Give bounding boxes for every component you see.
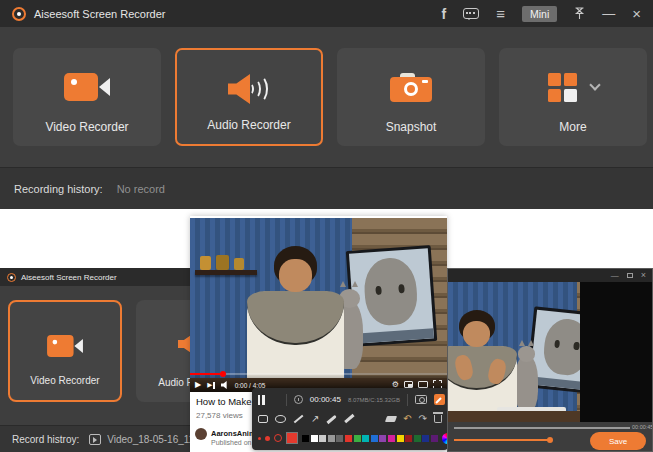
grid-icon (548, 73, 577, 102)
screenshot-canvas: Aiseesoft Screen Recorder f ≡ Mini — × V… (0, 0, 653, 452)
app-logo-icon (7, 273, 16, 282)
video-scene (190, 218, 447, 392)
facebook-share-icon[interactable]: f (442, 6, 447, 22)
line-tool[interactable] (294, 415, 304, 423)
preview-window: — × (447, 268, 653, 452)
preview-progress-bar[interactable] (454, 427, 630, 429)
color-swatch[interactable] (414, 435, 421, 442)
color-swatch[interactable] (379, 435, 386, 442)
color-swatch[interactable] (311, 435, 318, 442)
color-swatch[interactable] (371, 435, 378, 442)
history-label: Record histroy: (12, 434, 79, 445)
history-value: No record (117, 183, 165, 195)
history-label: Recording history: (14, 183, 103, 195)
color-swatch[interactable] (405, 435, 412, 442)
rectangle-tool[interactable] (258, 415, 268, 423)
video-camera-icon (64, 72, 110, 102)
screenshot-button[interactable] (415, 395, 427, 404)
main-titlebar: Aiseesoft Screen Recorder f ≡ Mini — × (0, 0, 653, 27)
color-swatch[interactable] (336, 435, 343, 442)
snapshot-camera-icon (390, 73, 432, 102)
cat-figure (515, 355, 537, 411)
next-button[interactable]: ▶ (207, 382, 215, 389)
window-title: Aiseesoft Screen Recorder (34, 8, 165, 20)
color-swatch[interactable] (345, 435, 352, 442)
color-swatch[interactable] (397, 435, 404, 442)
color-swatch[interactable] (319, 435, 326, 442)
channel-avatar[interactable] (195, 428, 207, 440)
file-size-info: 8.07MB/C:15.32GB (348, 397, 400, 403)
card-label: Snapshot (337, 120, 485, 134)
snapshot-card[interactable]: Snapshot (337, 48, 485, 146)
stay-on-top-icon[interactable] (574, 7, 585, 20)
toolbar-row-colors (258, 429, 442, 447)
brush-size-medium[interactable] (265, 436, 270, 441)
selected-color[interactable] (286, 432, 298, 444)
menu-icon[interactable]: ≡ (496, 6, 505, 21)
recording-duration: 00:00:45 (310, 395, 341, 404)
audio-recorder-card[interactable]: Audio Recorder (175, 48, 323, 146)
card-label: Video Recorder (10, 375, 120, 386)
redo-button[interactable]: ↷ (419, 414, 427, 424)
preview-titlebar: — × (448, 269, 652, 282)
preview-time: 00:00:45 (632, 424, 653, 430)
video-camera-icon (47, 334, 83, 357)
video-file-icon (89, 434, 101, 445)
save-button[interactable]: Save (590, 432, 646, 450)
color-swatch[interactable] (354, 435, 361, 442)
ellipse-tool[interactable] (275, 415, 286, 423)
theater-mode-icon[interactable] (418, 381, 428, 388)
youtube-progress-bar[interactable] (190, 373, 447, 375)
timer-icon (294, 395, 303, 404)
card-label: Video Recorder (13, 120, 161, 134)
recording-region: ▶ ▶ 0:00 / 4:05 ⚙ (190, 218, 447, 392)
color-palette (302, 435, 438, 442)
mini-mode-button[interactable]: Mini (522, 6, 557, 22)
video-recorder-card[interactable]: Video Recorder (8, 300, 122, 402)
more-card[interactable]: More (499, 48, 647, 146)
color-swatch[interactable] (362, 435, 369, 442)
feedback-icon[interactable] (463, 8, 479, 19)
card-label: More (499, 120, 647, 134)
pause-button[interactable] (258, 395, 265, 405)
recording-toolbar: 00:00:45 8.07MB/C:15.32GB ⚙ ↗ ↶ ↷ (252, 388, 448, 450)
video-recorder-card[interactable]: Video Recorder (13, 48, 161, 146)
maximize-button[interactable] (627, 273, 633, 278)
app-logo-icon (12, 7, 26, 21)
color-swatch[interactable] (302, 435, 309, 442)
brush-size-large[interactable] (274, 434, 282, 442)
recording-history-bar: Recording history: No record (0, 167, 653, 209)
eraser-tool[interactable] (385, 416, 397, 422)
minimize-button[interactable]: — (611, 274, 619, 277)
progress-knob[interactable] (220, 371, 226, 377)
play-button[interactable]: ▶ (195, 381, 201, 389)
arrow-tool[interactable]: ↗ (311, 414, 319, 424)
close-button[interactable]: × (632, 5, 641, 22)
window-title: Aiseesoft Screen Recorder (21, 273, 117, 282)
volume-slider[interactable] (454, 439, 550, 441)
miniplayer-icon[interactable] (404, 381, 413, 388)
video-views: 27,578 views (196, 411, 243, 420)
color-swatch[interactable] (431, 435, 438, 442)
toolbar-row-controls: 00:00:45 8.07MB/C:15.32GB ⚙ (258, 391, 442, 409)
main-recorder-window: Aiseesoft Screen Recorder f ≡ Mini — × V… (0, 0, 653, 209)
minimize-button[interactable]: — (602, 6, 615, 21)
color-swatch[interactable] (328, 435, 335, 442)
volume-slider-knob[interactable] (547, 437, 553, 443)
undo-button[interactable]: ↶ (403, 414, 411, 424)
marker-tool[interactable] (345, 414, 356, 424)
preview-video[interactable] (448, 282, 652, 422)
pen-tool[interactable] (327, 414, 337, 423)
close-button[interactable]: × (641, 271, 646, 280)
trash-button[interactable] (434, 415, 442, 423)
color-swatch[interactable] (422, 435, 429, 442)
man-figure (247, 246, 345, 392)
card-label: Audio Recorder (177, 118, 321, 132)
chevron-down-icon[interactable] (589, 79, 600, 90)
color-swatch[interactable] (388, 435, 395, 442)
toolbar-row-tools: ↗ ↶ ↷ (258, 410, 442, 428)
speaker-icon (226, 72, 272, 106)
edit-button[interactable] (434, 394, 445, 405)
brush-size-small[interactable] (258, 437, 261, 440)
volume-icon[interactable] (221, 381, 229, 389)
